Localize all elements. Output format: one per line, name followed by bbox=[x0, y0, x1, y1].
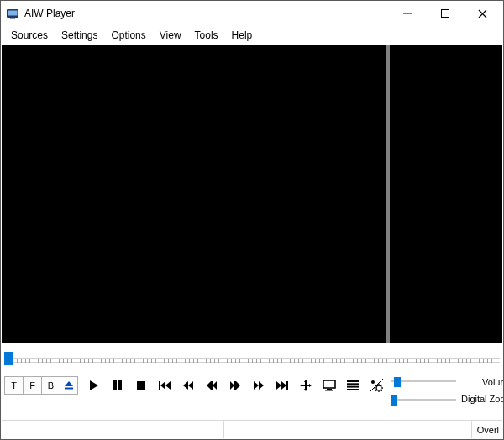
svg-rect-13 bbox=[159, 381, 160, 390]
svg-marker-26 bbox=[276, 381, 281, 390]
svg-marker-20 bbox=[213, 381, 217, 390]
menu-options[interactable]: Options bbox=[104, 27, 152, 44]
svg-rect-35 bbox=[323, 380, 335, 388]
f-button[interactable]: F bbox=[23, 376, 41, 395]
menu-help[interactable]: Help bbox=[225, 27, 260, 44]
svg-marker-25 bbox=[259, 381, 264, 390]
zoom-slider[interactable] bbox=[391, 395, 456, 405]
svg-marker-9 bbox=[90, 380, 98, 390]
svg-rect-4 bbox=[441, 10, 449, 18]
svg-marker-31 bbox=[300, 384, 302, 387]
svg-marker-29 bbox=[304, 380, 307, 382]
zoom-thumb[interactable] bbox=[391, 395, 397, 406]
svg-line-48 bbox=[381, 390, 382, 391]
statusbar: Overl bbox=[2, 420, 502, 438]
svg-marker-7 bbox=[65, 381, 73, 386]
svg-rect-28 bbox=[286, 381, 288, 390]
svg-rect-2 bbox=[10, 18, 15, 19]
svg-rect-37 bbox=[325, 390, 333, 391]
svg-line-49 bbox=[381, 385, 382, 385]
svg-marker-23 bbox=[236, 381, 240, 390]
svg-marker-30 bbox=[304, 389, 307, 391]
svg-rect-12 bbox=[137, 381, 145, 390]
svg-rect-34 bbox=[302, 385, 309, 386]
svg-rect-1 bbox=[8, 11, 18, 16]
volume-label: Volume bbox=[482, 377, 504, 387]
display-icon[interactable] bbox=[322, 378, 337, 393]
b-button[interactable]: B bbox=[41, 376, 60, 395]
status-text: Overl bbox=[477, 425, 502, 435]
move-icon[interactable] bbox=[298, 378, 313, 393]
brightness-icon[interactable] bbox=[369, 378, 384, 393]
pause-button[interactable] bbox=[110, 378, 125, 393]
maximize-button[interactable] bbox=[426, 2, 464, 26]
svg-rect-8 bbox=[65, 388, 73, 390]
svg-rect-40 bbox=[347, 386, 359, 388]
fast-forward-button[interactable] bbox=[251, 378, 266, 393]
eject-button[interactable] bbox=[60, 376, 78, 395]
svg-marker-15 bbox=[165, 381, 171, 390]
svg-point-51 bbox=[371, 380, 375, 384]
menu-sources[interactable]: Sources bbox=[4, 27, 55, 44]
step-back-button[interactable] bbox=[204, 378, 219, 393]
titlebar: AIW Player bbox=[1, 1, 503, 26]
svg-marker-16 bbox=[183, 381, 188, 390]
volume-thumb[interactable] bbox=[394, 377, 401, 387]
svg-rect-10 bbox=[113, 380, 117, 390]
svg-rect-38 bbox=[347, 380, 359, 382]
svg-line-50 bbox=[375, 390, 376, 391]
close-button[interactable] bbox=[464, 2, 501, 26]
step-forward-button[interactable] bbox=[228, 378, 243, 393]
volume-slider[interactable] bbox=[391, 376, 456, 386]
svg-rect-19 bbox=[211, 381, 213, 390]
svg-marker-32 bbox=[309, 384, 312, 387]
t-button[interactable]: T bbox=[4, 376, 23, 395]
control-bar: T F B bbox=[1, 369, 503, 420]
app-icon bbox=[6, 7, 19, 20]
panel-divider[interactable] bbox=[386, 45, 390, 343]
menubar: Sources Settings Options View Tools Help bbox=[1, 26, 503, 45]
minimize-button[interactable] bbox=[388, 2, 426, 26]
stop-button[interactable] bbox=[134, 378, 149, 393]
svg-marker-24 bbox=[254, 381, 259, 390]
menu-tools[interactable]: Tools bbox=[188, 27, 225, 44]
video-viewport bbox=[2, 45, 502, 343]
skip-back-button[interactable] bbox=[157, 378, 172, 393]
play-button[interactable] bbox=[87, 378, 102, 393]
menu-view[interactable]: View bbox=[153, 27, 188, 44]
skip-forward-button[interactable] bbox=[275, 378, 290, 393]
digital-zoom-label: Digital Zoom bbox=[461, 394, 504, 404]
svg-marker-17 bbox=[188, 381, 193, 390]
window-title: AIW Player bbox=[24, 8, 388, 19]
rewind-button[interactable] bbox=[181, 378, 196, 393]
svg-rect-41 bbox=[347, 389, 359, 390]
menu-settings[interactable]: Settings bbox=[55, 27, 104, 44]
svg-marker-27 bbox=[281, 381, 286, 390]
svg-rect-22 bbox=[234, 381, 236, 390]
seek-slider[interactable] bbox=[4, 348, 500, 368]
svg-point-42 bbox=[376, 385, 381, 390]
svg-rect-36 bbox=[327, 389, 332, 390]
svg-rect-11 bbox=[118, 380, 122, 390]
seek-thumb[interactable] bbox=[4, 352, 13, 365]
svg-marker-18 bbox=[207, 381, 211, 390]
list-icon[interactable] bbox=[345, 378, 360, 393]
svg-marker-14 bbox=[160, 381, 165, 390]
svg-marker-21 bbox=[230, 381, 234, 390]
svg-rect-39 bbox=[347, 383, 359, 385]
